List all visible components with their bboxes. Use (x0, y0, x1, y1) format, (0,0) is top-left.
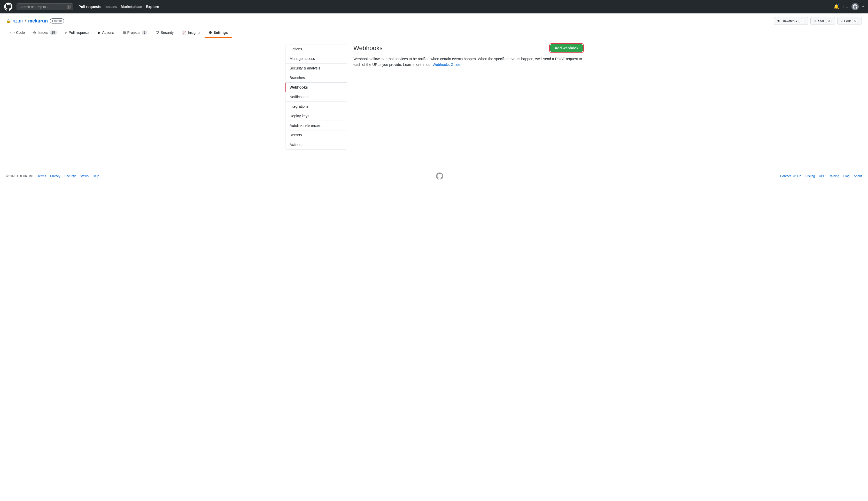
tab-actions-label: Actions (102, 31, 114, 35)
tab-security[interactable]: 🛡 Security (151, 28, 178, 38)
lock-icon: 🔒 (6, 19, 11, 23)
tab-settings-label: Settings (214, 31, 228, 35)
sidebar-branches[interactable]: Branches (285, 73, 347, 83)
footer-status[interactable]: Status (80, 174, 88, 178)
avatar-chevron[interactable]: ▾ (862, 5, 864, 9)
search-input[interactable] (19, 5, 65, 9)
footer-terms[interactable]: Terms (38, 174, 46, 178)
webhooks-guide-link[interactable]: Webhooks Guide (433, 63, 461, 67)
sidebar-actions[interactable]: Actions (285, 140, 347, 149)
tab-settings[interactable]: ⚙ Settings (204, 28, 232, 38)
webhooks-desc-text2: . (461, 63, 462, 67)
tab-insights[interactable]: 📈 Insights (178, 28, 204, 38)
search-box[interactable]: / (17, 3, 73, 10)
actions-icon: ▶ (98, 31, 101, 35)
tab-issues[interactable]: ⊙ Issues 28 (29, 28, 61, 38)
tab-pr-label: Pull requests (69, 31, 89, 35)
repo-name-link[interactable]: mekurun (28, 18, 48, 24)
issues-count: 28 (50, 31, 56, 35)
avatar[interactable] (851, 3, 859, 10)
sidebar-notifications[interactable]: Notifications (285, 92, 347, 102)
sidebar-security-analysis[interactable]: Security & analysis (285, 64, 347, 73)
nav-pull-requests[interactable]: Pull requests (78, 5, 101, 9)
webhooks-panel: Webhooks Add webhook Webhooks allow exte… (353, 44, 583, 150)
footer-api[interactable]: API (819, 174, 824, 178)
fork-count: 0 (852, 19, 858, 23)
footer-github-logo (436, 172, 443, 180)
webhooks-desc-text1: Webhooks allow external services to be n… (353, 57, 582, 67)
repo-nav-tabs: <> Code ⊙ Issues 28 ⑃ Pull requests ▶ Ac… (6, 28, 862, 38)
fork-icon: ⑂ (840, 19, 843, 23)
tab-security-label: Security (161, 31, 174, 35)
webhooks-header: Webhooks Add webhook (353, 44, 583, 52)
tab-insights-label: Insights (188, 31, 200, 35)
security-icon: 🛡 (156, 31, 159, 35)
notification-badge (837, 3, 839, 6)
star-count: 0 (826, 19, 832, 23)
eye-icon: 👁 (777, 19, 781, 23)
footer-pricing[interactable]: Pricing (805, 174, 815, 178)
top-nav-right: 🔔 + ▾ ▾ (833, 3, 864, 10)
tab-issues-label: Issues (38, 31, 48, 35)
projects-count: 2 (142, 31, 147, 35)
star-button[interactable]: ☆ Star 0 (811, 17, 835, 25)
top-nav-links: Pull requests Issues Marketplace Explore (78, 5, 159, 9)
slash-shortcut: / (67, 5, 71, 9)
insights-icon: 📈 (182, 31, 186, 35)
sidebar-integrations[interactable]: Integrations (285, 102, 347, 111)
tab-projects[interactable]: ▦ Projects 2 (118, 28, 151, 38)
footer-training[interactable]: Training (828, 174, 839, 178)
footer-security[interactable]: Security (65, 174, 76, 178)
add-webhook-button[interactable]: Add webhook (550, 44, 583, 52)
tab-pull-requests[interactable]: ⑃ Pull requests (61, 28, 94, 38)
repo-header: 🔒 nztm / mekurun Private 👁 Unwatch ▾ 1 ☆… (0, 13, 868, 38)
nav-explore[interactable]: Explore (146, 5, 159, 9)
pr-icon: ⑃ (65, 31, 67, 35)
tab-code-label: Code (16, 31, 24, 35)
footer-copyright: © 2020 GitHub, Inc. (6, 174, 34, 178)
footer-help[interactable]: Help (93, 174, 99, 178)
sidebar-secrets[interactable]: Secrets (285, 130, 347, 140)
repo-actions: 👁 Unwatch ▾ 1 ☆ Star 0 ⑂ Fork 0 (774, 17, 862, 25)
repo-title-row: 🔒 nztm / mekurun Private 👁 Unwatch ▾ 1 ☆… (6, 17, 862, 25)
webhooks-description: Webhooks allow external services to be n… (353, 56, 583, 68)
title-separator: / (25, 18, 26, 24)
footer-contact[interactable]: Contact GitHub (780, 174, 801, 178)
sidebar-autolink-references[interactable]: Autolink references (285, 121, 347, 130)
nav-issues[interactable]: Issues (105, 5, 117, 9)
sidebar-manage-access[interactable]: Manage access (285, 54, 347, 64)
nav-marketplace[interactable]: Marketplace (121, 5, 142, 9)
footer-left: © 2020 GitHub, Inc. Terms Privacy Securi… (6, 174, 99, 178)
unwatch-button[interactable]: 👁 Unwatch ▾ 1 (774, 17, 808, 25)
footer-blog[interactable]: Blog (844, 174, 850, 178)
webhooks-title: Webhooks (353, 44, 383, 52)
fork-label: Fork (844, 19, 851, 23)
sidebar-deploy-keys[interactable]: Deploy keys (285, 111, 347, 121)
sidebar-options[interactable]: Options (285, 44, 347, 54)
sidebar-webhooks[interactable]: Webhooks (285, 83, 347, 92)
plus-menu[interactable]: + ▾ (843, 4, 848, 10)
settings-sidebar: Options Manage access Security & analysi… (285, 44, 347, 150)
main-content: Options Manage access Security & analysi… (279, 38, 589, 156)
repo-owner-link[interactable]: nztm (13, 18, 23, 24)
footer-center (436, 172, 443, 180)
top-navigation: / Pull requests Issues Marketplace Explo… (0, 0, 868, 13)
tab-actions[interactable]: ▶ Actions (94, 28, 118, 38)
tab-code[interactable]: <> Code (6, 28, 29, 38)
projects-icon: ▦ (123, 31, 126, 35)
settings-icon: ⚙ (209, 31, 212, 35)
footer-privacy[interactable]: Privacy (50, 174, 60, 178)
unwatch-count: 1 (798, 19, 805, 23)
footer-about[interactable]: About (854, 174, 862, 178)
tab-projects-label: Projects (127, 31, 140, 35)
issue-icon: ⊙ (33, 31, 36, 35)
code-icon: <> (10, 31, 14, 35)
footer-right: Contact GitHub Pricing API Training Blog… (780, 174, 862, 178)
star-icon: ☆ (814, 19, 817, 23)
fork-button[interactable]: ⑂ Fork 0 (837, 17, 862, 25)
github-logo[interactable] (4, 3, 12, 11)
unwatch-chevron: ▾ (796, 20, 797, 22)
star-label: Star (818, 19, 824, 23)
page-footer: © 2020 GitHub, Inc. Terms Privacy Securi… (0, 166, 868, 186)
notifications-icon[interactable]: 🔔 (833, 4, 839, 10)
